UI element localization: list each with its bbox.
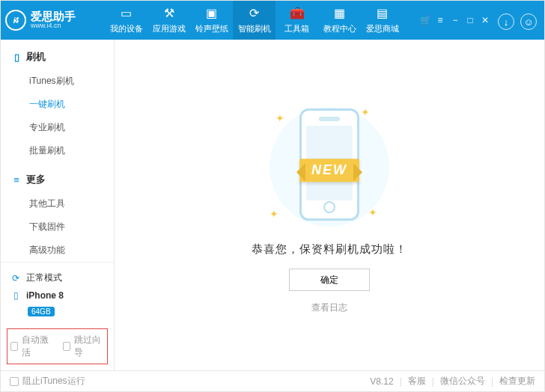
logo-badge: i4 — [5, 10, 26, 31]
phone-small-icon: ▯ — [11, 52, 22, 63]
app-title: 爱思助手 — [31, 10, 76, 22]
sidebar-scroll: ▯刷机 iTunes刷机 一键刷机 专业刷机 批量刷机 ≡更多 其他工具 下载固… — [1, 40, 114, 262]
capacity-badge: 64GB — [28, 307, 55, 316]
phone-status-icon: ▯ — [10, 290, 22, 301]
logo-text: 爱思助手 www.i4.cn — [31, 10, 76, 30]
sidebar-item-advanced[interactable]: 高级功能 — [1, 239, 114, 262]
minimize-icon[interactable]: − — [451, 16, 460, 25]
checkbox-box — [63, 342, 70, 351]
sparkle-icon: ✦ — [368, 206, 377, 218]
checkbox-auto-activate[interactable]: 自动激活 — [10, 334, 52, 359]
sparkle-icon: ✦ — [275, 112, 284, 124]
main-area: ▯刷机 iTunes刷机 一键刷机 专业刷机 批量刷机 ≡更多 其他工具 下载固… — [1, 40, 544, 370]
app-window: i4 爱思助手 www.i4.cn ▭我的设备 ⚒应用游戏 ▣铃声壁纸 ⟳智能刷… — [0, 0, 545, 392]
ok-button[interactable]: 确定 — [289, 269, 370, 291]
toolbox-icon: 🧰 — [290, 7, 304, 20]
success-message: 恭喜您，保资料刷机成功啦！ — [252, 242, 407, 257]
app-url: www.i4.cn — [31, 22, 76, 30]
nav-tools[interactable]: 🧰工具箱 — [275, 1, 318, 40]
nav-store[interactable]: ▤爱思商城 — [361, 1, 404, 40]
new-ribbon: NEW — [299, 159, 359, 182]
apps-icon: ⚒ — [162, 7, 176, 20]
content-area: ✦ ✦ ✦ ✦ NEW 恭喜您，保资料刷机成功啦！ 确定 查看日志 — [115, 40, 544, 370]
nav-my-device[interactable]: ▭我的设备 — [105, 1, 147, 40]
download-button[interactable]: ↓ — [498, 13, 514, 30]
logo: i4 爱思助手 www.i4.cn — [5, 10, 105, 31]
sidebar-item-pro-flash[interactable]: 专业刷机 — [1, 116, 114, 139]
book-icon: ▦ — [333, 7, 347, 20]
sidebar-item-oneclick-flash[interactable]: 一键刷机 — [1, 93, 114, 116]
success-illustration: ✦ ✦ ✦ ✦ NEW — [255, 103, 404, 230]
nav-apps[interactable]: ⚒应用游戏 — [147, 1, 190, 40]
store-icon: ▤ — [376, 7, 389, 20]
sidebar-item-download-firmware[interactable]: 下载固件 — [1, 215, 114, 239]
sparkle-icon: ✦ — [361, 106, 370, 118]
checkbox-box — [10, 342, 18, 351]
image-icon: ▣ — [205, 7, 219, 20]
maximize-icon[interactable]: □ — [466, 16, 475, 25]
version-label: V8.12 — [370, 376, 393, 387]
sync-icon: ⟳ — [248, 7, 261, 20]
footer-link-wechat[interactable]: 微信公众号 — [440, 375, 485, 388]
nav-flash[interactable]: ⟳智能刷机 — [233, 1, 275, 40]
nav-ringtones[interactable]: ▣铃声壁纸 — [190, 1, 233, 40]
sparkle-icon: ✦ — [270, 208, 278, 220]
sidebar-item-other-tools[interactable]: 其他工具 — [1, 192, 114, 215]
mode-row: ⟳正常模式 — [10, 269, 105, 287]
window-controls: 🛒 ≡ − □ ✕ ↓ ☺ — [421, 10, 544, 30]
sidebar-item-batch-flash[interactable]: 批量刷机 — [1, 139, 114, 162]
sidebar: ▯刷机 iTunes刷机 一键刷机 专业刷机 批量刷机 ≡更多 其他工具 下载固… — [1, 40, 115, 370]
footer-link-update[interactable]: 检查更新 — [499, 375, 535, 388]
close-icon[interactable]: ✕ — [481, 16, 490, 25]
checkbox-skip-guide[interactable]: 跳过向导 — [63, 334, 105, 359]
options-block: 自动激活 跳过向导 — [7, 328, 108, 364]
sidebar-item-itunes-flash[interactable]: iTunes刷机 — [1, 70, 114, 93]
status-bar: 阻止iTunes运行 V8.12| 客服| 微信公众号| 检查更新 — [1, 370, 544, 391]
sidebar-section-flash: ▯刷机 — [1, 46, 114, 68]
checkbox-box — [10, 377, 19, 386]
checkbox-block-itunes[interactable]: 阻止iTunes运行 — [10, 375, 85, 388]
more-icon: ≡ — [11, 174, 22, 186]
sync-small-icon: ⟳ — [10, 273, 22, 284]
phone-icon: ▭ — [120, 7, 133, 20]
view-log-link[interactable]: 查看日志 — [311, 301, 347, 314]
device-row: ▯iPhone 8 — [10, 287, 105, 304]
cart-icon[interactable]: 🛒 — [421, 16, 430, 25]
titlebar: i4 爱思助手 www.i4.cn ▭我的设备 ⚒应用游戏 ▣铃声壁纸 ⟳智能刷… — [1, 1, 544, 40]
tray-icons: 🛒 ≡ − □ ✕ — [421, 16, 493, 25]
sidebar-section-more: ≡更多 — [1, 168, 114, 191]
capacity-row: 64GB — [10, 304, 105, 319]
footer-link-support[interactable]: 客服 — [408, 375, 426, 388]
user-button[interactable]: ☺ — [520, 13, 537, 30]
device-status: ⟳正常模式 ▯iPhone 8 64GB — [1, 262, 114, 325]
nav-tabs: ▭我的设备 ⚒应用游戏 ▣铃声壁纸 ⟳智能刷机 🧰工具箱 ▦教程中心 ▤爱思商城 — [105, 1, 404, 40]
nav-tutorials[interactable]: ▦教程中心 — [318, 1, 361, 40]
menu-icon[interactable]: ≡ — [436, 16, 445, 25]
